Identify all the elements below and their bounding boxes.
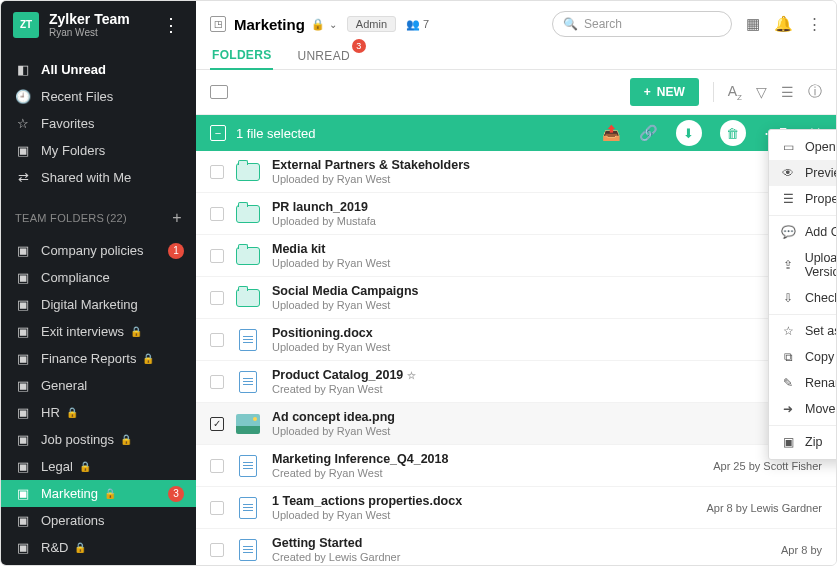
file-sub: Uploaded by Ryan West	[272, 425, 803, 437]
file-name: Getting Started	[272, 536, 771, 550]
sidebar-item-general[interactable]: ▣General	[1, 372, 196, 399]
tab-unread[interactable]: UNREAD 3	[295, 43, 351, 69]
sidebar-item-digital-marketing[interactable]: ▣Digital Marketing	[1, 291, 196, 318]
team-folders-label: TEAM FOLDERS	[15, 212, 104, 224]
lock-icon: 🔒	[120, 434, 132, 445]
file-row[interactable]: Product Catalog_2019☆Created by Ryan Wes…	[196, 361, 836, 403]
row-checkbox[interactable]	[210, 291, 224, 305]
file-row[interactable]: 1 Team_actions properties.docxUploaded b…	[196, 487, 836, 529]
team-folder-icon: ▣	[15, 513, 31, 528]
ctx-rename[interactable]: ✎Rename	[769, 370, 837, 396]
row-checkbox[interactable]	[210, 459, 224, 473]
ctx-properties[interactable]: ☰Properties	[769, 186, 837, 212]
search-input[interactable]: 🔍 Search	[552, 11, 732, 37]
file-row[interactable]: Marketing Inference_Q4_2018Created by Ry…	[196, 445, 836, 487]
sidebar-item-r&d[interactable]: ▣R&D🔒	[1, 534, 196, 561]
sidebar-item-all-unread[interactable]: ◧ All Unread	[1, 56, 196, 83]
ctx-move[interactable]: ➜Move To...	[769, 396, 837, 422]
sidebar-item-legal[interactable]: ▣Legal🔒	[1, 453, 196, 480]
ctx-add-comment[interactable]: 💬Add Comment...	[769, 219, 837, 245]
file-row[interactable]: External Partners & StakeholdersUploaded…	[196, 151, 836, 193]
file-row[interactable]: ✓Ad concept idea.pngUploaded by Ryan Wes…	[196, 403, 836, 445]
apps-grid-icon[interactable]: ▦	[746, 15, 760, 33]
download-icon[interactable]: ⬇	[676, 120, 702, 146]
sidebar-item-sales[interactable]: ▣Sales🔒	[1, 561, 196, 566]
sidebar-item-hr[interactable]: ▣HR🔒	[1, 399, 196, 426]
file-name: 1 Team_actions properties.docx	[272, 494, 696, 508]
ctx-open[interactable]: ▭Open	[769, 134, 837, 160]
sidebar-item-compliance[interactable]: ▣Compliance	[1, 264, 196, 291]
sort-az-icon[interactable]: AZ	[728, 83, 742, 102]
document-icon	[239, 329, 257, 351]
chevron-down-icon[interactable]: ⌄	[329, 19, 337, 30]
selection-count: 1 file selected	[236, 126, 316, 141]
row-checkbox[interactable]	[210, 375, 224, 389]
team-avatar[interactable]: ZT	[13, 12, 39, 38]
row-checkbox[interactable]	[210, 249, 224, 263]
sidebar-item-label: Operations	[41, 513, 105, 528]
sidebar-item-operations[interactable]: ▣Operations	[1, 507, 196, 534]
row-checkbox[interactable]	[210, 333, 224, 347]
tab-folders[interactable]: FOLDERS	[210, 42, 273, 70]
sidebar-item-job-postings[interactable]: ▣Job postings🔒	[1, 426, 196, 453]
filter-icon[interactable]: ▽	[756, 84, 767, 100]
row-checkbox[interactable]	[210, 543, 224, 557]
lock-icon: 🔒	[66, 407, 78, 418]
ctx-zip[interactable]: ▣Zip	[769, 429, 837, 455]
star-icon: ☆	[781, 324, 795, 338]
row-checkbox[interactable]	[210, 501, 224, 515]
file-row[interactable]: Positioning.docxUploaded by Ryan Westn W…	[196, 319, 836, 361]
selection-bar: − 1 file selected 📤 🔗 ⬇ 🗑 ⋯ Esc ✕	[196, 115, 836, 151]
selection-checkbox-icon[interactable]: −	[210, 125, 226, 141]
team-folders-list: ▣Company policies1▣Compliance▣Digital Ma…	[1, 231, 196, 566]
sidebar-item-favorites[interactable]: ☆ Favorites	[1, 110, 196, 137]
new-button[interactable]: + NEW	[630, 78, 699, 106]
sidebar-item-myfolders[interactable]: ▣ My Folders	[1, 137, 196, 164]
team-folder-icon: ▣	[15, 405, 31, 420]
sidebar-item-marketing[interactable]: ▣Marketing🔒3	[1, 480, 196, 507]
file-row[interactable]: Media kitUploaded by Ryan West	[196, 235, 836, 277]
file-sub: Created by Ryan West	[272, 467, 703, 479]
lock-icon: 🔒	[142, 353, 154, 364]
ctx-checkin[interactable]: ⇩Check In...	[769, 285, 837, 311]
file-name: Ad concept idea.png	[272, 410, 803, 424]
sidebar-item-label: Compliance	[41, 270, 110, 285]
sidebar-item-finance-reports[interactable]: ▣Finance Reports🔒	[1, 345, 196, 372]
ctx-upload-version[interactable]: ⇪Upload New Version...	[769, 245, 837, 285]
file-row[interactable]: Getting StartedCreated by Lewis GardnerA…	[196, 529, 836, 565]
sidebar-menu-icon[interactable]: ⋮	[158, 16, 184, 34]
layout-icon[interactable]: ☰	[781, 84, 794, 100]
role-chip[interactable]: Admin	[347, 16, 396, 32]
sidebar-item-label: Job postings	[41, 432, 114, 447]
more-icon[interactable]: ⋮	[807, 15, 822, 33]
bell-icon[interactable]: 🔔	[774, 15, 793, 33]
share-icon[interactable]: 📤	[602, 124, 621, 142]
info-icon[interactable]: ⓘ	[808, 83, 822, 101]
team-folder-icon: ▣	[15, 324, 31, 339]
sidebar-item-shared[interactable]: ⇄ Shared with Me	[1, 164, 196, 191]
row-checkbox[interactable]	[210, 207, 224, 221]
row-checkbox[interactable]	[210, 165, 224, 179]
document-icon	[239, 497, 257, 519]
sidebar-item-exit-interviews[interactable]: ▣Exit interviews🔒	[1, 318, 196, 345]
file-list[interactable]: External Partners & StakeholdersUploaded…	[196, 151, 836, 565]
row-checkbox[interactable]: ✓	[210, 417, 224, 431]
ctx-preview[interactable]: 👁Preview	[769, 160, 837, 186]
delete-icon[interactable]: 🗑	[720, 120, 746, 146]
topbar: ◳ Marketing 🔒 ⌄ Admin 👥 7 🔍 Search ▦ 🔔 ⋮	[196, 1, 836, 42]
file-sub: Uploaded by Mustafa	[272, 215, 812, 227]
sidebar-item-recent[interactable]: 🕘 Recent Files	[1, 83, 196, 110]
add-team-folder-icon[interactable]: +	[172, 209, 182, 227]
ctx-copy[interactable]: ⧉Copy To...	[769, 344, 837, 370]
ctx-favorite[interactable]: ☆Set as Favorite	[769, 318, 837, 344]
team-name[interactable]: Zylker Team	[49, 11, 158, 27]
link-icon[interactable]: 🔗	[639, 124, 658, 142]
sidebar-item-company-policies[interactable]: ▣Company policies1	[1, 237, 196, 264]
team-folder-icon: ▣	[15, 540, 31, 555]
separator	[769, 425, 837, 426]
file-row[interactable]: Social Media CampaignsUploaded by Ryan W…	[196, 277, 836, 319]
file-row[interactable]: PR launch_2019Uploaded by Mustafa	[196, 193, 836, 235]
member-count[interactable]: 👥 7	[406, 18, 429, 31]
view-mode-icon[interactable]	[210, 85, 228, 99]
sidebar-item-label: Marketing	[41, 486, 98, 501]
